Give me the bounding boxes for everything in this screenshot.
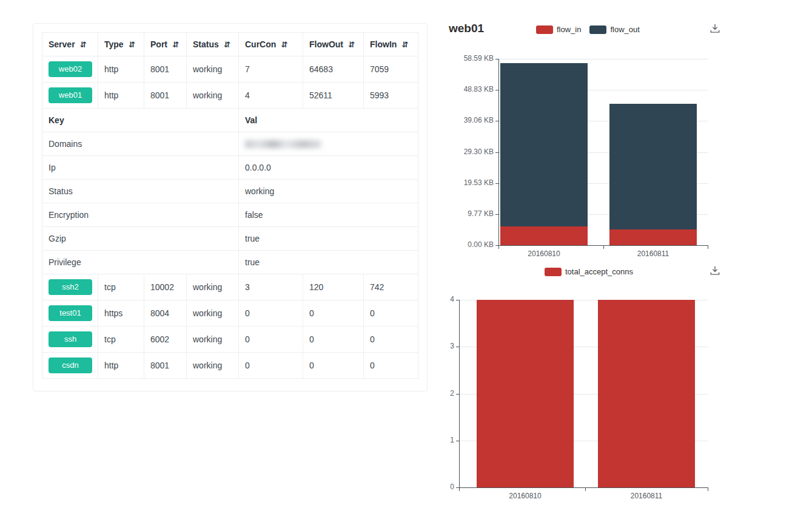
y-axis-label: 3 bbox=[417, 342, 454, 350]
column-header-type[interactable]: Type⇵ bbox=[98, 33, 144, 56]
legend-swatch bbox=[536, 25, 553, 34]
x-axis-tick bbox=[708, 488, 708, 491]
cell-curcon: 0 bbox=[239, 300, 303, 327]
detail-row: Encryptionfalse bbox=[42, 203, 418, 227]
cell-status: working bbox=[187, 353, 239, 379]
legend-label: flow_out bbox=[610, 25, 639, 34]
server-table-card: Server⇵Type⇵Port⇵Status⇵CurCon⇵FlowOut⇵F… bbox=[33, 23, 428, 392]
flow-chart-title: web01 bbox=[449, 22, 484, 35]
cell-flowin: 7059 bbox=[364, 56, 418, 83]
server-button[interactable]: test01 bbox=[49, 305, 92, 321]
cell-curcon: 7 bbox=[239, 56, 303, 83]
server-table: Server⇵Type⇵Port⇵Status⇵CurCon⇵FlowOut⇵F… bbox=[42, 32, 418, 379]
bar-total_accept_conns bbox=[598, 300, 695, 487]
column-header-status[interactable]: Status⇵ bbox=[187, 33, 239, 56]
x-axis-tick bbox=[603, 246, 604, 249]
server-button[interactable]: csdn bbox=[49, 358, 92, 373]
cell-status: working bbox=[187, 274, 239, 300]
cell-type: http bbox=[98, 83, 144, 109]
legend-item-flow_out[interactable]: flow_out bbox=[589, 25, 639, 34]
sort-icon[interactable]: ⇵ bbox=[80, 40, 87, 49]
server-cell: test01 bbox=[42, 300, 98, 327]
x-axis-tick bbox=[708, 246, 708, 249]
val-header: Val bbox=[239, 109, 418, 132]
server-row: sshtcp6002working000 bbox=[42, 327, 418, 353]
detail-val bbox=[239, 132, 418, 156]
column-header-server[interactable]: Server⇵ bbox=[42, 33, 98, 56]
cell-flowout: 0 bbox=[303, 353, 364, 379]
server-button[interactable]: web01 bbox=[49, 87, 92, 103]
y-axis-label: 39.06 KB bbox=[456, 116, 494, 124]
cell-curcon: 0 bbox=[239, 353, 303, 379]
flow-chart-legend: flow_inflow_out bbox=[536, 25, 640, 34]
cell-curcon: 0 bbox=[239, 327, 303, 353]
detail-row: Privilegetrue bbox=[42, 251, 418, 274]
column-label: FlowOut bbox=[309, 39, 343, 49]
sort-icon[interactable]: ⇵ bbox=[129, 40, 135, 49]
legend-item-total_accept_conns[interactable]: total_accept_conns bbox=[545, 267, 633, 276]
legend-item-flow_in[interactable]: flow_in bbox=[536, 25, 581, 34]
detail-key: Status bbox=[42, 180, 239, 203]
gridline bbox=[499, 59, 708, 59]
column-header-flowin[interactable]: FlowIn⇵ bbox=[364, 33, 418, 56]
bar-flow_out bbox=[609, 104, 697, 229]
y-axis-label: 4 bbox=[417, 295, 454, 303]
column-label: Port bbox=[150, 39, 167, 49]
legend-swatch bbox=[589, 25, 606, 34]
sort-icon[interactable]: ⇵ bbox=[348, 40, 355, 49]
download-icon-conns-chart[interactable] bbox=[708, 265, 722, 278]
download-icon bbox=[709, 22, 721, 35]
legend-label: total_accept_conns bbox=[565, 267, 633, 276]
cell-flowin: 742 bbox=[364, 274, 418, 300]
conns-chart-legend: total_accept_conns bbox=[545, 267, 633, 276]
y-axis-label: 58.59 KB bbox=[456, 54, 494, 63]
cell-type: tcp bbox=[98, 327, 144, 353]
detail-val: 0.0.0.0 bbox=[239, 156, 418, 180]
cell-flowout: 52611 bbox=[303, 83, 364, 109]
detail-row: Ip0.0.0.0 bbox=[42, 156, 418, 180]
sort-icon[interactable]: ⇵ bbox=[281, 40, 287, 49]
download-icon-flow-chart[interactable] bbox=[708, 22, 722, 36]
bar-flow_out bbox=[500, 63, 588, 226]
sort-icon[interactable]: ⇵ bbox=[401, 40, 408, 49]
cell-type: https bbox=[98, 300, 144, 327]
bar-total_accept_conns bbox=[477, 300, 574, 487]
server-button[interactable]: ssh bbox=[49, 331, 92, 347]
server-button[interactable]: web02 bbox=[49, 61, 92, 77]
bar-flow_in bbox=[609, 229, 697, 245]
legend-swatch bbox=[545, 268, 562, 276]
cell-flowin: 0 bbox=[364, 327, 418, 353]
detail-val: true bbox=[239, 227, 418, 251]
sort-icon[interactable]: ⇵ bbox=[224, 40, 230, 49]
cell-port: 10002 bbox=[144, 274, 187, 300]
detail-val: working bbox=[239, 180, 418, 203]
cell-flowin: 0 bbox=[364, 353, 418, 379]
y-axis-line bbox=[498, 59, 499, 245]
server-button[interactable]: ssh2 bbox=[49, 279, 92, 295]
column-label: FlowIn bbox=[370, 39, 397, 49]
cell-type: http bbox=[98, 56, 144, 83]
column-label: CurCon bbox=[245, 39, 276, 49]
table-header: Server⇵Type⇵Port⇵Status⇵CurCon⇵FlowOut⇵F… bbox=[42, 33, 418, 56]
detail-key: Domains bbox=[42, 132, 239, 156]
column-header-curcon[interactable]: CurCon⇵ bbox=[239, 33, 303, 56]
x-axis-line bbox=[459, 487, 708, 488]
cell-port: 8004 bbox=[144, 300, 187, 327]
y-axis-label: 48.83 KB bbox=[456, 85, 494, 93]
x-axis-tick bbox=[585, 488, 586, 491]
cell-port: 8001 bbox=[144, 56, 187, 83]
sort-icon[interactable]: ⇵ bbox=[172, 40, 179, 49]
y-axis-label: 19.53 KB bbox=[456, 178, 494, 187]
y-axis-label: 29.30 KB bbox=[456, 147, 494, 156]
server-cell: web01 bbox=[42, 83, 98, 109]
column-header-port[interactable]: Port⇵ bbox=[144, 33, 187, 56]
server-row: web01http8001working4526115993 bbox=[42, 83, 418, 109]
download-icon bbox=[709, 265, 721, 277]
cell-flowout: 0 bbox=[303, 300, 364, 327]
server-cell: ssh2 bbox=[42, 274, 98, 300]
detail-row: Statusworking bbox=[42, 180, 418, 203]
detail-key: Ip bbox=[42, 156, 239, 180]
redacted-domains-value bbox=[245, 140, 321, 148]
cell-port: 8001 bbox=[144, 353, 187, 379]
column-header-flowout[interactable]: FlowOut⇵ bbox=[303, 33, 364, 56]
